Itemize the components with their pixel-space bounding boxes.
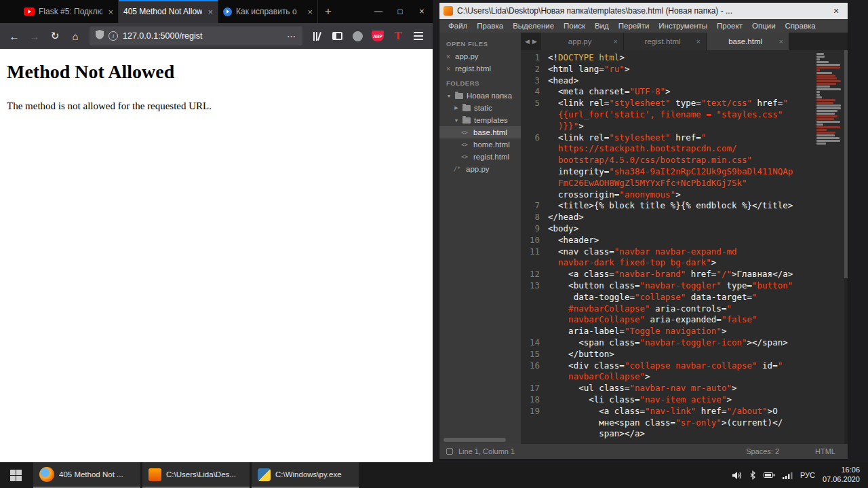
language-indicator[interactable]: РУС [800, 471, 815, 479]
tab-close-icon[interactable]: × [613, 37, 617, 45]
code-row[interactable]: bootstrap/4.5.0/css/bootstrap.min.css" [521, 155, 848, 166]
open-file-item[interactable]: ×regist.html [439, 62, 521, 75]
code-row[interactable]: 12 <a class="navbar-brand" href="/">Глав… [521, 269, 848, 280]
code-row[interactable]: мне<span class="sr-only">(current)</ [521, 417, 848, 429]
chevron-down-icon[interactable]: ▼ [454, 118, 459, 123]
back-button[interactable]: ← [5, 27, 23, 45]
indent-setting[interactable]: Spaces: 2 [746, 447, 779, 455]
close-file-icon[interactable]: × [446, 65, 452, 73]
syntax-mode[interactable]: HTML [815, 447, 835, 455]
code-row[interactable]: 2<html lang="ru"> [521, 64, 848, 75]
menu-item[interactable]: Поиск [559, 22, 590, 30]
menu-item[interactable]: Файл [443, 22, 472, 30]
tab-close-icon[interactable]: × [696, 37, 700, 45]
tree-folder-item[interactable]: ▼templates [439, 114, 521, 126]
code-row[interactable]: 6 <link rel="stylesheet" href=" [521, 132, 848, 144]
menu-item[interactable]: Справка [781, 22, 821, 30]
close-button[interactable]: × [411, 0, 433, 23]
code-row[interactable]: 7 <title>{% block title %}{% endblock %}… [521, 200, 848, 212]
url-text[interactable]: 127.0.0.1:5000/regist [123, 31, 282, 41]
close-file-icon[interactable]: × [446, 53, 452, 60]
code-row[interactable]: https://stackpath.bootstrapcdn.com/ [521, 143, 848, 155]
tree-folder-item[interactable]: ▼Новая папка [439, 90, 521, 102]
battery-icon[interactable] [764, 472, 775, 478]
sidebar-toggle-icon[interactable] [328, 27, 346, 45]
clock[interactable]: 16:06 07.06.2020 [823, 466, 860, 485]
code-row[interactable]: span></a> [521, 428, 848, 440]
tab-close-icon[interactable]: × [206, 7, 213, 17]
code-row[interactable]: 14 <span class="navbar-toggler-icon"></s… [521, 337, 848, 349]
tab-close-icon[interactable]: × [306, 7, 313, 17]
tab-scroll-left-icon[interactable]: ◀ [525, 38, 530, 45]
code-row[interactable]: {{url_for('static', filename = "stayles.… [521, 109, 848, 121]
code-row[interactable]: #navbarCollapse" aria-controls=" [521, 303, 848, 315]
url-bar[interactable]: i 127.0.0.1:5000/regist ⋯ [90, 26, 302, 45]
close-button[interactable]: × [826, 3, 846, 19]
code-row[interactable]: 5 <link rel="stylesheet" type="text/css"… [521, 98, 848, 109]
adblock-icon[interactable]: ABP [369, 27, 387, 45]
code-row[interactable]: 16 <div class="collapse navbar-collapse"… [521, 360, 848, 372]
code-row[interactable]: navbarCollapse"> [521, 371, 848, 383]
menu-item[interactable]: Вид [590, 22, 614, 30]
browser-tab[interactable]: Как исправить о× [218, 0, 318, 23]
forward-button[interactable]: → [26, 27, 43, 45]
network-icon[interactable] [783, 472, 793, 479]
code-row[interactable]: 15 </button> [521, 349, 848, 360]
editor-tab[interactable]: regist.html× [624, 33, 707, 50]
info-icon[interactable]: i [108, 31, 118, 41]
page-actions-icon[interactable]: ⋯ [287, 31, 296, 41]
browser-tab[interactable]: 405 Method Not Allow× [119, 0, 218, 23]
chevron-right-icon[interactable]: ▶ [454, 105, 459, 111]
bluetooth-icon[interactable] [749, 470, 756, 480]
tab-close-icon[interactable]: × [106, 7, 113, 17]
home-button[interactable]: ⌂ [66, 27, 84, 45]
code-row[interactable]: 8</head> [521, 212, 848, 223]
shield-icon[interactable] [96, 30, 104, 42]
tree-file-item[interactable]: <>base.html [439, 126, 521, 138]
tab-close-icon[interactable]: × [778, 37, 783, 45]
sublime-titlebar[interactable]: C:\Users\Lida\Desktop\Новая папка\templa… [439, 3, 848, 19]
library-icon[interactable] [308, 27, 326, 45]
volume-icon[interactable] [732, 471, 742, 480]
code-row[interactable]: aria-label="Toggle navigation"> [521, 326, 848, 337]
translator-extension-icon[interactable]: T [389, 27, 407, 45]
taskbar-app-python[interactable]: C:\Windows\py.exe [252, 462, 359, 488]
editor-tab[interactable]: app.py× [541, 33, 624, 50]
editor-tab[interactable]: base.html× [707, 33, 789, 50]
start-button[interactable] [0, 462, 31, 488]
code-row[interactable]: 13 <button class="navbar-toggler" type="… [521, 280, 848, 292]
code-row[interactable]: FmC26EwAOH8WgZl5MYYxFfc+NcPb1dKGj7Sk" [521, 178, 848, 189]
code-row[interactable]: crossorigin="anonymous"> [521, 189, 848, 201]
status-icon[interactable] [446, 448, 453, 455]
code-row[interactable]: 19 <a class="nav-link" href="/about">О [521, 406, 848, 417]
menu-icon[interactable] [410, 27, 427, 45]
code-row[interactable]: 18 <li class="nav-item active"> [521, 394, 848, 406]
open-file-item[interactable]: ×app.py [439, 50, 521, 62]
tab-scroll-right-icon[interactable]: ▶ [532, 38, 537, 45]
minimap[interactable] [816, 53, 842, 145]
tree-file-item[interactable]: <>home.html [439, 138, 521, 151]
code-row[interactable]: 1<!DOCTYPE html> [521, 52, 848, 64]
menu-item[interactable]: Инструменты [654, 22, 712, 30]
code-row[interactable]: 4 <meta charset="UTF-8"> [521, 86, 848, 98]
code-row[interactable]: 17 <ul class="navbar-nav mr-auto"> [521, 383, 848, 394]
code-row[interactable]: 9<body> [521, 223, 848, 235]
editor-scrollbar[interactable] [844, 50, 848, 444]
menu-item[interactable]: Правка [472, 22, 508, 30]
code-row[interactable]: 11 <nav class="navbar navbar-expand-md [521, 246, 848, 258]
code-row[interactable]: data-toggle="collapse" data-target=" [521, 292, 848, 303]
browser-tab[interactable]: Flask #5: Подклю× [19, 0, 119, 23]
chevron-down-icon[interactable]: ▼ [446, 94, 452, 98]
code-area[interactable]: 1<!DOCTYPE html>2<html lang="ru">3<head>… [521, 52, 848, 440]
tree-folder-item[interactable]: ▶static [439, 102, 521, 114]
code-row[interactable]: )}}"> [521, 121, 848, 132]
taskbar-app-firefox[interactable]: 405 Method Not ... [33, 462, 140, 488]
menu-item[interactable]: Выделение [508, 22, 559, 30]
new-tab-button[interactable]: + [318, 0, 338, 23]
maximize-button[interactable]: □ [389, 0, 411, 23]
extension-icon[interactable] [349, 27, 366, 45]
code-row[interactable]: 10 <header> [521, 235, 848, 246]
minimize-button[interactable]: — [368, 0, 389, 23]
code-row[interactable]: navbarCollapse" aria-expanded="false" [521, 314, 848, 326]
tree-file-item[interactable]: <>regist.html [439, 151, 521, 163]
